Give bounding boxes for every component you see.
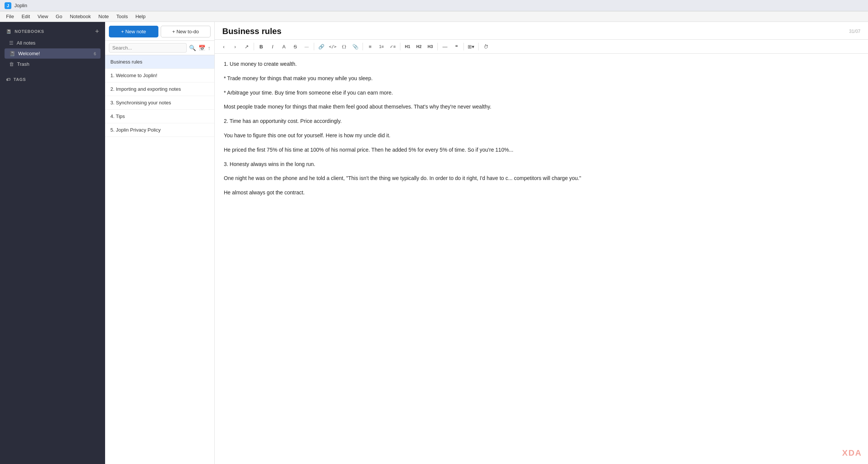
content-line-3: * Arbitrage your time. Buy time from som… — [224, 88, 859, 98]
menu-file[interactable]: File — [3, 13, 17, 20]
main-layout: 📓 NOTEBOOKS + ☰ All notes 📓 Welcome! 6 🗑… — [0, 22, 868, 464]
notebook-icon: 📓 — [6, 29, 12, 34]
toolbar-table-button[interactable]: ⊞▾ — [466, 41, 476, 52]
content-line-4: Most people trade money for things that … — [224, 102, 859, 112]
toolbar-attachment-button[interactable]: 📎 — [350, 41, 361, 52]
notes-toolbar: + New note + New to-do — [105, 22, 214, 41]
toolbar-sep-6 — [463, 43, 464, 50]
content-line-2: * Trade money for things that make you m… — [224, 74, 859, 83]
sort-alpha-button[interactable]: ↑ — [208, 45, 211, 51]
editor-content: 1. Use money to create wealth. * Trade m… — [215, 54, 868, 464]
toolbar-bold-button[interactable]: B — [256, 41, 267, 52]
menu-go[interactable]: Go — [53, 13, 65, 20]
toolbar-clock-button[interactable]: ⏱ — [480, 41, 491, 52]
toolbar-link-button[interactable]: 🔗 — [316, 41, 327, 52]
toolbar-ol-button[interactable]: 1≡ — [376, 41, 387, 52]
menu-notebook[interactable]: Notebook — [67, 13, 94, 20]
content-line-6: You have to figure this one out for your… — [224, 131, 859, 140]
sort-date-button[interactable]: 📅 — [198, 45, 206, 51]
toolbar-forward-button[interactable]: › — [230, 41, 240, 52]
sidebar: 📓 NOTEBOOKS + ☰ All notes 📓 Welcome! 6 🗑… — [0, 22, 105, 464]
editor-panel: Business rules 31/07 ‹ › ↗ B I A S ··· 🔗… — [215, 22, 868, 464]
app-icon: J — [5, 2, 11, 9]
welcome-icon: 📓 — [9, 51, 15, 56]
menu-note[interactable]: Note — [95, 13, 112, 20]
toolbar-italic-button[interactable]: I — [267, 41, 278, 52]
sidebar-notebooks-section: 📓 NOTEBOOKS + ☰ All notes 📓 Welcome! 6 🗑… — [0, 22, 105, 71]
toolbar-sep-2 — [314, 43, 314, 50]
toolbar-sep-1 — [254, 43, 254, 50]
toolbar-strikethrough-button[interactable]: S — [290, 41, 301, 52]
add-notebook-button[interactable]: + — [95, 28, 99, 35]
editor-header: Business rules 31/07 — [215, 22, 868, 40]
content-line-9: One night he was on the phone and he tol… — [224, 174, 859, 183]
note-item-synchronising[interactable]: 3. Synchronising your notes — [105, 96, 214, 110]
sidebar-item-all-notes[interactable]: ☰ All notes — [5, 38, 101, 48]
editor-toolbar: ‹ › ↗ B I A S ··· 🔗 </> {} 📎 ≡ 1≡ ✓≡ H1 … — [215, 40, 868, 54]
toolbar-sep-5 — [437, 43, 438, 50]
note-item-tips[interactable]: 4. Tips — [105, 110, 214, 123]
toolbar-h3-button[interactable]: H3 — [425, 41, 436, 52]
trash-icon: 🗑 — [9, 61, 14, 67]
toolbar-h2-button[interactable]: H2 — [414, 41, 424, 52]
content-line-7: He priced the first 75% of his time at 1… — [224, 146, 859, 155]
editor-title: Business rules — [222, 26, 282, 36]
new-todo-button[interactable]: + New to-do — [161, 26, 211, 37]
content-line-10: He almost always got the contract. — [224, 188, 859, 197]
note-item-importing-exporting[interactable]: 2. Importing and exporting notes — [105, 82, 214, 96]
search-icon[interactable]: 🔍 — [189, 45, 196, 51]
toolbar-ul-button[interactable]: ≡ — [365, 41, 375, 52]
app-title: Joplin — [14, 3, 27, 8]
toolbar-quote-button[interactable]: ❝ — [451, 41, 462, 52]
toolbar-code-block-button[interactable]: {} — [339, 41, 349, 52]
all-notes-icon: ☰ — [9, 40, 14, 46]
editor-wordcount: 31/07 — [849, 29, 860, 34]
search-input[interactable] — [109, 43, 187, 53]
content-line-1: 1. Use money to create wealth. — [224, 60, 859, 69]
menu-help[interactable]: Help — [132, 13, 149, 20]
toolbar-hr-button[interactable]: — — [440, 41, 450, 52]
toolbar-check-button[interactable]: ✓≡ — [388, 41, 398, 52]
menu-tools[interactable]: Tools — [113, 13, 131, 20]
notes-list-panel: + New note + New to-do 🔍 📅 ↑ Business ru… — [105, 22, 215, 464]
menu-view[interactable]: View — [34, 13, 51, 20]
note-item-welcome-joplin[interactable]: 1. Welcome to Joplin! — [105, 69, 214, 82]
search-bar: 🔍 📅 ↑ — [105, 41, 214, 55]
note-item-business-rules[interactable]: Business rules — [105, 55, 214, 69]
toolbar-back-button[interactable]: ‹ — [219, 41, 229, 52]
notebooks-title: 📓 NOTEBOOKS — [6, 29, 44, 34]
toolbar-sep-7 — [478, 43, 479, 50]
note-item-privacy-policy[interactable]: 5. Joplin Privacy Policy — [105, 123, 214, 137]
toolbar-highlight-button[interactable]: A — [279, 41, 289, 52]
content-line-8: 3. Honesty always wins in the long run. — [224, 160, 859, 169]
toolbar-h1-button[interactable]: H1 — [402, 41, 413, 52]
notebooks-header: 📓 NOTEBOOKS + — [3, 26, 102, 36]
toolbar-code-button[interactable]: </> — [327, 41, 338, 52]
notes-items-list: Business rules 1. Welcome to Joplin! 2. … — [105, 55, 214, 464]
tags-header: 🏷 TAGS — [3, 76, 102, 83]
toolbar-sep-3 — [363, 43, 363, 50]
sidebar-tags-section: 🏷 TAGS — [0, 73, 105, 86]
menu-edit[interactable]: Edit — [19, 13, 33, 20]
menu-bar: File Edit View Go Notebook Note Tools He… — [0, 11, 868, 22]
content-line-5: 2. Time has an opportunity cost. Price a… — [224, 117, 859, 126]
toolbar-sep-4 — [400, 43, 400, 50]
sidebar-item-trash[interactable]: 🗑 Trash — [5, 59, 101, 69]
title-bar: J Joplin — [0, 0, 868, 11]
toolbar-external-button[interactable]: ↗ — [241, 41, 252, 52]
sidebar-item-welcome[interactable]: 📓 Welcome! 6 — [5, 48, 101, 59]
toolbar-more-button[interactable]: ··· — [301, 41, 312, 52]
tags-title: 🏷 TAGS — [6, 77, 26, 82]
new-note-button[interactable]: + New note — [109, 26, 158, 37]
tag-icon: 🏷 — [6, 77, 11, 82]
